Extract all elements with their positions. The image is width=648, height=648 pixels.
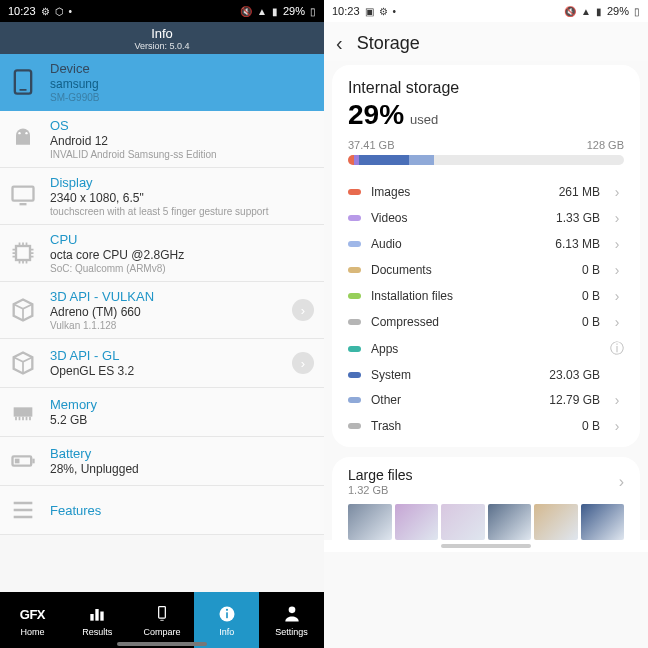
svg-rect-4 <box>13 187 34 201</box>
monitor-icon <box>6 179 40 213</box>
svg-point-19 <box>288 607 295 614</box>
chevron-right-icon[interactable]: › <box>292 299 314 321</box>
thumbnail[interactable] <box>441 504 485 540</box>
info-row-memory[interactable]: Memory5.2 GB <box>0 388 324 437</box>
category-other[interactable]: Other12.79 GB› <box>348 387 624 413</box>
info-list: DevicesamsungSM-G990BOSAndroid 12INVALID… <box>0 54 324 592</box>
gesture-bar <box>441 544 531 548</box>
row-line2: Vulkan 1.1.128 <box>50 320 282 331</box>
thumbnail[interactable] <box>534 504 578 540</box>
nav-home[interactable]: GFXHome <box>0 592 65 648</box>
row-line1: Adreno (TM) 660 <box>50 305 282 319</box>
svg-rect-1 <box>20 89 27 91</box>
category-installation-files[interactable]: Installation files0 B› <box>348 283 624 309</box>
info-icon[interactable]: ⓘ <box>610 340 624 358</box>
category-value: 23.03 GB <box>548 368 600 382</box>
category-system: System23.03 GB <box>348 363 624 387</box>
storage-heading: Internal storage <box>348 79 624 97</box>
category-trash[interactable]: Trash0 B› <box>348 413 624 439</box>
chevron-right-icon: › <box>610 262 624 278</box>
row-title: 3D API - GL <box>50 348 282 363</box>
category-images[interactable]: Images261 MB› <box>348 179 624 205</box>
status-bar: 10:23 ⚙ ⬡ • 🔇 ▲ ▮ 29% ▯ <box>0 0 324 22</box>
info-row-cpu[interactable]: CPUocta core CPU @2.8GHzSoC: Qualcomm (A… <box>0 225 324 282</box>
signal-icon: ▮ <box>272 6 278 17</box>
status-time: 10:23 <box>332 5 360 17</box>
thumbnail-strip <box>348 504 624 540</box>
storage-header: ‹ Storage <box>324 22 648 61</box>
category-value: 0 B <box>548 289 600 303</box>
category-compressed[interactable]: Compressed0 B› <box>348 309 624 335</box>
chevron-right-icon: › <box>610 418 624 434</box>
cpu-icon <box>6 236 40 270</box>
info-row-3d-api-gl[interactable]: 3D API - GLOpenGL ES 3.2› <box>0 339 324 388</box>
chevron-right-icon: › <box>610 288 624 304</box>
gfx-logo: GFX <box>20 607 45 622</box>
category-name: Apps <box>371 342 538 356</box>
category-dot <box>348 423 361 429</box>
svg-point-3 <box>25 132 27 134</box>
row-title: Features <box>50 503 314 518</box>
row-title: CPU <box>50 232 314 247</box>
nav-info[interactable]: Info <box>194 592 259 648</box>
row-line1: 5.2 GB <box>50 413 314 427</box>
info-row-features[interactable]: Features <box>0 486 324 535</box>
page-title: Info <box>0 26 324 41</box>
storage-screen: 10:23 ▣ ⚙ • 🔇 ▲ ▮ 29% ▯ ‹ Storage Intern… <box>324 0 648 648</box>
memory-icon <box>6 395 40 429</box>
row-title: 3D API - VULKAN <box>50 289 282 304</box>
usage-bar <box>348 155 624 165</box>
row-line1: samsung <box>50 77 314 91</box>
settings-icon <box>282 604 302 624</box>
chevron-right-icon: › <box>610 314 624 330</box>
nav-label: Compare <box>143 627 180 637</box>
back-button[interactable]: ‹ <box>336 32 343 55</box>
category-name: Compressed <box>371 315 538 329</box>
thumbnail[interactable] <box>395 504 439 540</box>
svg-rect-14 <box>159 607 166 619</box>
category-dot <box>348 215 361 221</box>
category-value: 1.33 GB <box>548 211 600 225</box>
chevron-right-icon[interactable]: › <box>292 352 314 374</box>
category-dot <box>348 397 361 403</box>
info-row-display[interactable]: Display2340 x 1080, 6.5"touchscreen with… <box>0 168 324 225</box>
nav-compare[interactable]: Compare <box>130 592 195 648</box>
thumbnail[interactable] <box>581 504 625 540</box>
app-version: Version: 5.0.4 <box>0 41 324 51</box>
list-icon <box>6 493 40 527</box>
thumbnail[interactable] <box>488 504 532 540</box>
status-battery: 29% <box>283 5 305 17</box>
usage-segment <box>409 155 434 165</box>
cube-icon <box>6 346 40 380</box>
category-audio[interactable]: Audio6.13 MB› <box>348 231 624 257</box>
info-row-battery[interactable]: Battery28%, Unplugged <box>0 437 324 486</box>
category-documents[interactable]: Documents0 B› <box>348 257 624 283</box>
nav-settings[interactable]: Settings <box>259 592 324 648</box>
category-videos[interactable]: Videos1.33 GB› <box>348 205 624 231</box>
category-list: Images261 MB›Videos1.33 GB›Audio6.13 MB›… <box>348 179 624 439</box>
status-battery: 29% <box>607 5 629 17</box>
svg-rect-13 <box>101 612 104 621</box>
page-title: Storage <box>357 33 420 54</box>
info-row-os[interactable]: OSAndroid 12INVALID Android Samsung-ss E… <box>0 111 324 168</box>
svg-rect-12 <box>96 609 99 621</box>
nav-results[interactable]: Results <box>65 592 130 648</box>
svg-rect-15 <box>160 620 163 621</box>
used-label: used <box>410 112 438 127</box>
info-row-3d-api-vulkan[interactable]: 3D API - VULKANAdreno (TM) 660Vulkan 1.1… <box>0 282 324 339</box>
category-value: 0 B <box>548 419 600 433</box>
nav-label: Info <box>219 627 234 637</box>
thumbnail[interactable] <box>348 504 392 540</box>
category-dot <box>348 346 361 352</box>
category-apps[interactable]: Appsⓘ <box>348 335 624 363</box>
row-line2: SoC: Qualcomm (ARMv8) <box>50 263 314 274</box>
large-files-card[interactable]: Large files 1.32 GB › <box>332 457 640 540</box>
row-title: OS <box>50 118 314 133</box>
info-row-device[interactable]: DevicesamsungSM-G990B <box>0 54 324 111</box>
gear-icon: ⚙ <box>41 6 50 17</box>
gesture-bar <box>117 642 207 646</box>
category-dot <box>348 267 361 273</box>
row-line2: INVALID Android Samsung-ss Edition <box>50 149 314 160</box>
svg-rect-6 <box>16 246 30 260</box>
category-dot <box>348 372 361 378</box>
